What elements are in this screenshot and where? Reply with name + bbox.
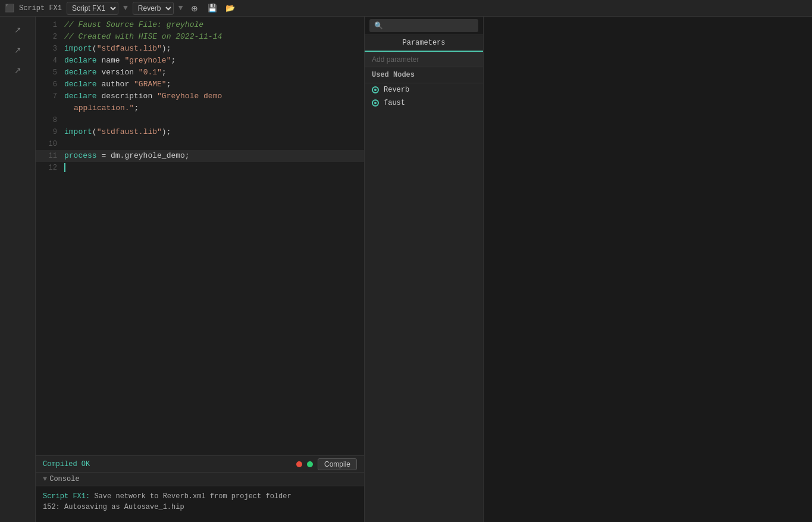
- node-graph: Reverb + ✏ No parameters: [484, 17, 812, 522]
- code-line-2: 2 // Created with HISE on 2022-11-14: [36, 31, 364, 43]
- console-arrow: ▼: [43, 475, 47, 483]
- code-line-4: 4 declare name "greyhole";: [36, 55, 364, 67]
- reverb-select[interactable]: Reverb: [133, 2, 174, 15]
- code-editor: 1 // Faust Source File: greyhole 2 // Cr…: [36, 17, 365, 522]
- copy-button[interactable]: ⊕: [188, 2, 201, 15]
- code-line-11: 11 process = dm.greyhole_demo;: [36, 150, 364, 162]
- code-line-10: 10: [36, 138, 364, 150]
- node-label-reverb: Reverb: [384, 86, 409, 94]
- code-line-12: 12: [36, 162, 364, 174]
- sidebar-icon-3[interactable]: ↗: [7, 62, 29, 79]
- console-line-1: Script FX1: Save network to Reverb.xml f…: [43, 491, 357, 502]
- dot-red: [296, 461, 302, 467]
- code-line-7: 7 declare description "Greyhole demo: [36, 90, 364, 102]
- console-title: Console: [49, 475, 79, 483]
- code-line-5: 5 declare version "0.1";: [36, 67, 364, 79]
- arrow-icon2: ▼: [178, 4, 183, 12]
- code-line-7b: application.";: [36, 102, 364, 114]
- right-panel-tabs: Parameters: [365, 35, 483, 52]
- node-label-faust: faust: [384, 99, 405, 107]
- power-icon-reverb: [372, 86, 379, 93]
- status-bar: Compiled OK Compile: [36, 455, 364, 472]
- compiled-status: Compiled OK: [43, 460, 90, 468]
- node-item-reverb[interactable]: Reverb: [365, 83, 483, 96]
- used-nodes-header: Used Nodes: [365, 67, 483, 83]
- code-line-1: 1 // Faust Source File: greyhole: [36, 19, 364, 31]
- code-line-3: 3 import("stdfaust.lib");: [36, 43, 364, 55]
- script-select[interactable]: Script FX1: [67, 2, 118, 15]
- search-icon: 🔍: [374, 21, 383, 30]
- save-button[interactable]: 💾: [206, 2, 219, 15]
- arrow-icon: ▼: [123, 4, 128, 12]
- console-header: ▼ Console: [36, 473, 364, 486]
- dot-green: [307, 461, 313, 467]
- top-bar: ⬛ Script FX1 Script FX1 ▼ Reverb ▼ ⊕ 💾 📂: [0, 0, 812, 17]
- right-panel: 🔍 Parameters Add parameter Used Nodes Re…: [365, 17, 484, 522]
- sidebar-icon-1[interactable]: ↗: [7, 21, 29, 38]
- console-content[interactable]: Script FX1: Save network to Reverb.xml f…: [36, 486, 364, 522]
- close-icon: ⬛: [5, 4, 14, 13]
- tab-parameters[interactable]: Parameters: [365, 35, 483, 52]
- node-item-faust[interactable]: faust: [365, 96, 483, 110]
- compile-button[interactable]: Compile: [318, 458, 357, 470]
- code-line-8: 8: [36, 114, 364, 126]
- power-icon-faust: [372, 99, 379, 107]
- code-line-9: 9 import("stdfaust.lib");: [36, 126, 364, 138]
- code-area[interactable]: 1 // Faust Source File: greyhole 2 // Cr…: [36, 17, 364, 455]
- open-button[interactable]: 📂: [224, 2, 237, 15]
- script-label: Script FX1: [19, 4, 62, 12]
- add-parameter-button[interactable]: Add parameter: [365, 52, 483, 67]
- sidebar: ↗ ↗ ↗: [0, 17, 36, 522]
- sidebar-icon-2[interactable]: ↗: [7, 42, 29, 58]
- console-line-2: 152: Autosaving as Autosave_1.hip: [43, 502, 357, 512]
- code-line-6: 6 declare author "GRAME";: [36, 79, 364, 90]
- console-section: ▼ Console Script FX1: Save network to Re…: [36, 472, 364, 522]
